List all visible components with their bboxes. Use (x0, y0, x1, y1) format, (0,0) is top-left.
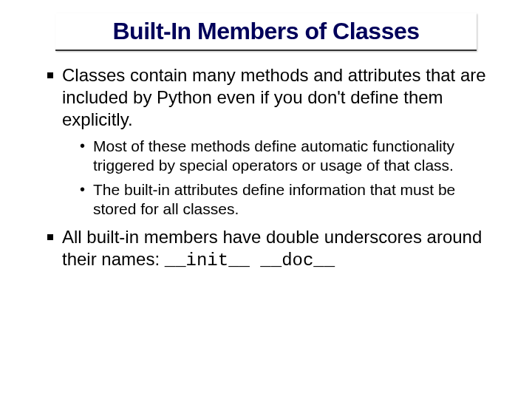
bullet-1-sub2: The built-in attributes define informati… (80, 180, 495, 219)
bullet-1: Classes contain many methods and attribu… (44, 64, 495, 219)
code-init: __init__ (165, 250, 250, 270)
bullet-list-level1: Classes contain many methods and attribu… (37, 64, 495, 272)
bullet-list-level2: Most of these methods define automatic f… (62, 137, 495, 219)
slide: Built-In Members of Classes Classes cont… (0, 0, 532, 294)
page-title: Built-In Members of Classes (55, 18, 477, 45)
code-spacer (250, 250, 260, 270)
bullet-2: All built-in members have double undersc… (44, 226, 495, 272)
bullet-1-text: Classes contain many methods and attribu… (62, 65, 486, 129)
bullet-1-sub1: Most of these methods define automatic f… (80, 137, 495, 176)
code-doc: __doc__ (260, 250, 335, 270)
title-box: Built-In Members of Classes (55, 13, 477, 51)
